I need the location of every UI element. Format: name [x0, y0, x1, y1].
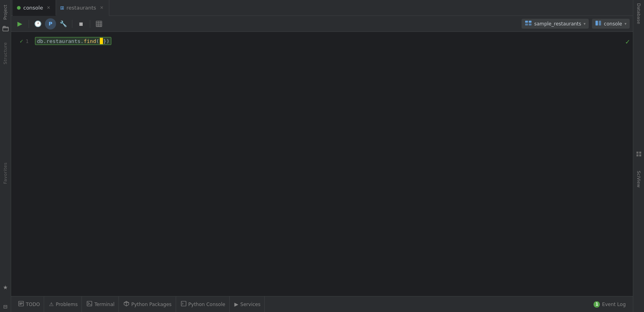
status-event-log[interactable]: 1 Event Log: [590, 296, 630, 312]
svg-rect-12: [599, 21, 601, 25]
python-console-label: Python Console: [188, 302, 225, 307]
console-tab-label: console: [23, 5, 43, 11]
svg-rect-7: [525, 21, 528, 23]
code-editor[interactable]: db.restaurants.find(}) ✓: [32, 32, 633, 296]
todo-label: TODO: [26, 302, 40, 307]
status-python-console[interactable]: Python Console: [177, 296, 230, 312]
toolbar-sep-3: [90, 20, 90, 28]
run-button[interactable]: ▶: [14, 18, 25, 29]
db-selector-label: sample_restaurants: [534, 21, 581, 27]
line-check-1: ✓: [20, 38, 23, 44]
restaurants-tab-label: restaurants: [66, 5, 96, 11]
console-selector[interactable]: console ▾: [592, 19, 630, 29]
code-line-1: db.restaurants.find(}): [35, 37, 630, 45]
svg-rect-24: [639, 152, 641, 154]
problems-icon: ⚠: [49, 301, 54, 307]
tab-bar: ● console ✕ ⊞ restaurants ✕: [11, 0, 633, 16]
editor-area[interactable]: ✓ 1 db.restaurants.find(}) ✓: [11, 32, 633, 296]
right-sidebar: Database SciView: [633, 0, 644, 312]
editor-right-check: ✓: [625, 37, 630, 46]
main-content: ● console ✕ ⊞ restaurants ✕ ▶ 🕐 P 🔧 ◼: [11, 0, 633, 312]
token-paren-close: ): [106, 38, 109, 44]
terminal-icon: [87, 301, 92, 308]
python-console-icon: [181, 301, 186, 308]
tab-console[interactable]: ● console ✕: [13, 0, 56, 16]
db-selector-icon: [525, 20, 532, 27]
problems-label: Problems: [56, 302, 78, 307]
toolbar-sep-1: [29, 20, 29, 28]
event-log-label: Event Log: [602, 302, 626, 307]
console-selector-chevron: ▾: [625, 21, 627, 26]
stop-button[interactable]: ◼: [76, 18, 87, 29]
table-button[interactable]: [93, 18, 105, 29]
status-todo[interactable]: TODO: [14, 296, 44, 312]
token-dot-1: .: [43, 38, 47, 44]
sidebar-folder-icon[interactable]: [2, 25, 10, 33]
terminal-label: Terminal: [94, 302, 114, 307]
svg-rect-11: [596, 21, 598, 25]
sidebar-structure-label[interactable]: Structure: [3, 42, 8, 64]
db-selector[interactable]: sample_restaurants ▾: [522, 19, 589, 29]
token-db: db: [37, 38, 43, 44]
python-packages-icon: [124, 301, 129, 308]
token-method: find: [83, 38, 96, 44]
todo-icon: [18, 301, 24, 308]
sidebar-star-icon[interactable]: ★: [2, 283, 10, 291]
status-problems[interactable]: ⚠ Problems: [45, 296, 82, 312]
toolbar-sep-2: [72, 20, 72, 28]
right-sidebar-grid-icon[interactable]: [635, 150, 643, 158]
svg-rect-10: [529, 23, 531, 25]
console-selector-label: console: [604, 21, 622, 27]
restaurants-tab-icon: ⊞: [60, 5, 64, 11]
line-numbers: ✓ 1: [11, 32, 32, 296]
settings-button[interactable]: 🔧: [58, 18, 69, 29]
services-icon: ▶: [235, 301, 239, 307]
services-label: Services: [241, 302, 261, 307]
left-sidebar: Project Structure Favorites ★ ⊟: [0, 0, 11, 312]
token-brace: }: [103, 38, 107, 44]
sidebar-favorites-label[interactable]: Favorites: [3, 162, 8, 184]
console-tab-close[interactable]: ✕: [45, 4, 52, 11]
history-button[interactable]: 🕐: [32, 18, 43, 29]
sidebar-sciview-label[interactable]: SciView: [636, 168, 641, 191]
svg-rect-25: [636, 154, 638, 156]
console-selector-icon: [595, 20, 601, 27]
tab-restaurants[interactable]: ⊞ restaurants ✕: [56, 0, 109, 16]
status-bar: TODO ⚠ Problems Terminal: [11, 296, 633, 312]
db-selector-chevron: ▾: [584, 21, 586, 26]
python-packages-label: Python Packages: [131, 302, 171, 307]
sidebar-project-label[interactable]: Project: [3, 2, 8, 23]
event-log-badge-count: 1: [594, 301, 600, 308]
console-tab-icon: ●: [17, 5, 21, 10]
code-highlighted-block: db.restaurants.find(}): [35, 37, 111, 45]
line-number-1: 1: [25, 38, 29, 44]
status-python-packages[interactable]: Python Packages: [120, 296, 176, 312]
svg-rect-8: [529, 21, 531, 23]
sidebar-layers-icon[interactable]: ⊟: [2, 302, 10, 310]
profile-button[interactable]: P: [45, 18, 56, 29]
svg-rect-23: [636, 152, 638, 154]
token-dot-2: .: [81, 38, 84, 44]
status-services[interactable]: ▶ Services: [231, 296, 265, 312]
svg-rect-9: [525, 23, 528, 25]
status-terminal[interactable]: Terminal: [83, 296, 119, 312]
restaurants-tab-close[interactable]: ✕: [99, 5, 105, 11]
toolbar: ▶ 🕐 P 🔧 ◼: [11, 16, 633, 32]
svg-rect-26: [639, 154, 641, 156]
svg-rect-22: [181, 301, 186, 306]
token-paren-open: (: [96, 38, 99, 44]
text-cursor: [100, 38, 103, 44]
sidebar-database-label[interactable]: Database: [636, 0, 641, 27]
token-collection: restaurants: [46, 38, 80, 44]
